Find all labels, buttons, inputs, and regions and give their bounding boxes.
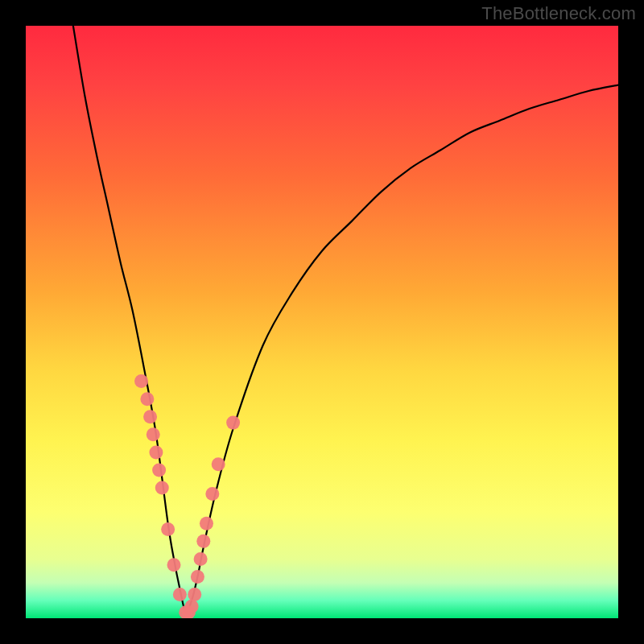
scatter-dot [185, 600, 199, 613]
scatter-dot [143, 410, 157, 423]
scatter-dot [191, 570, 204, 584]
scatter-dot [140, 392, 154, 406]
scatter-dot [173, 588, 187, 601]
scatter-dot [194, 552, 208, 566]
scatter-dot [155, 481, 169, 495]
scatter-dot [161, 522, 175, 536]
bottleneck-curve-svg [26, 26, 618, 618]
scatter-dot [212, 457, 225, 471]
scatter-dots [134, 374, 240, 618]
scatter-dot [188, 588, 201, 601]
scatter-dot [196, 535, 210, 548]
curve-group [73, 26, 618, 613]
scatter-dot [200, 517, 213, 530]
watermark-text: TheBottleneck.com [481, 3, 636, 24]
plot-area [26, 26, 618, 618]
scatter-dot [152, 464, 166, 477]
scatter-dot [167, 558, 181, 572]
scatter-dot [134, 374, 148, 388]
chart-frame: TheBottleneck.com [0, 0, 644, 644]
bottleneck-curve [73, 26, 618, 613]
scatter-dot [205, 487, 219, 501]
scatter-dot [147, 427, 160, 441]
scatter-dot [149, 445, 163, 459]
scatter-dot [226, 416, 240, 430]
